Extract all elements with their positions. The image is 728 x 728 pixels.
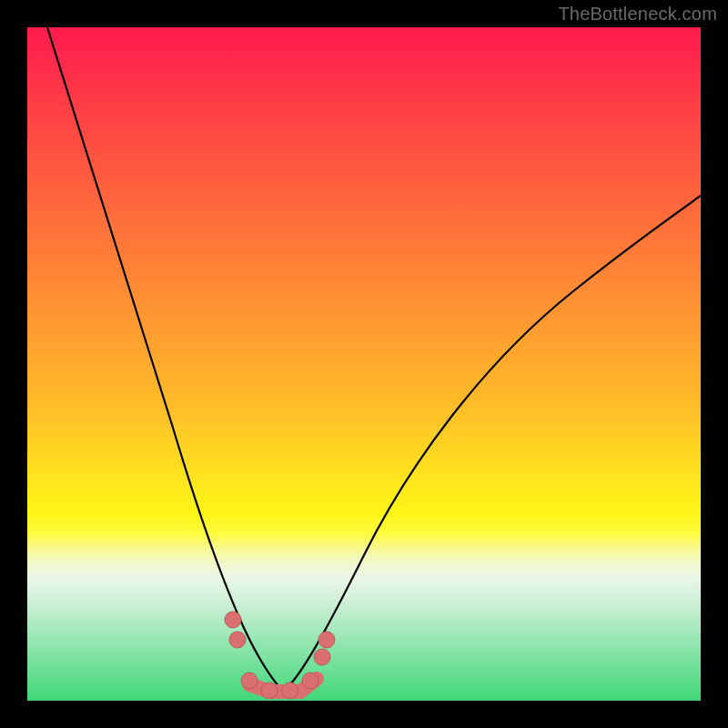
marker-point: [225, 612, 241, 628]
watermark-text: TheBottleneck.com: [558, 4, 717, 25]
marker-point: [314, 649, 330, 665]
right-curve: [283, 196, 701, 692]
marker-point: [229, 632, 246, 648]
marker-point: [241, 672, 258, 689]
curves-svg: [27, 27, 701, 701]
plot-area: [27, 27, 701, 701]
chart-frame: TheBottleneck.com: [0, 0, 728, 728]
marker-point: [302, 672, 318, 689]
marker-point: [261, 682, 278, 699]
marker-point: [282, 682, 298, 699]
marker-point: [318, 632, 335, 648]
left-curve: [47, 27, 283, 692]
